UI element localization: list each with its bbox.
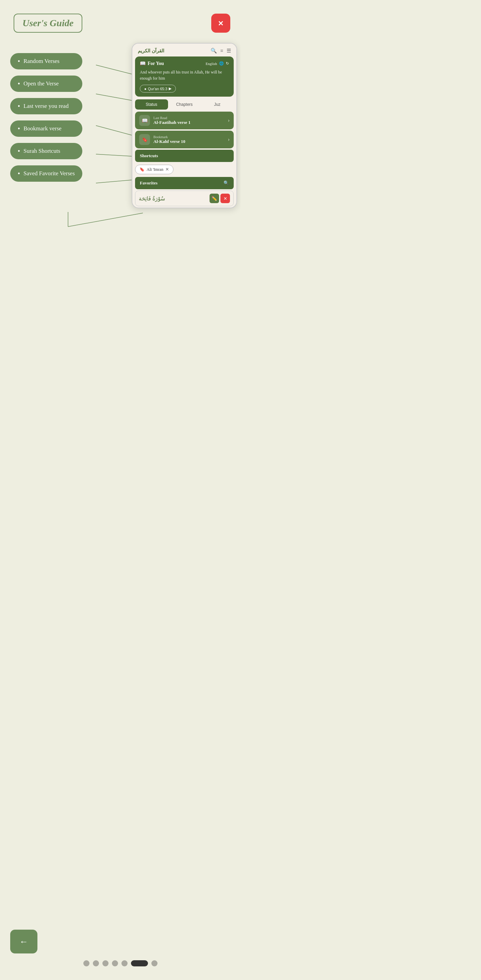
tab-juz[interactable]: Juz — [201, 99, 234, 110]
bookmark-text: Bookmark Al-Kahf verse 10 — [153, 135, 186, 144]
favorites-actions: ✏️ ✕ — [210, 194, 230, 203]
shortcut-icon: 🔖 — [140, 167, 144, 172]
bookmark-icon: 🔖 — [139, 134, 150, 145]
label-last-verse: Last verse you read — [10, 98, 82, 115]
close-button[interactable]: × — [211, 14, 230, 33]
chevron-right-icon-2: › — [228, 137, 230, 143]
bookmark-item[interactable]: 🔖 Bookmark Al-Kahf verse 10 › — [135, 130, 234, 148]
favorites-surah-text: سُوْرَةُ فَاتِحَة — [139, 195, 165, 202]
refresh-icon[interactable]: ↻ — [226, 61, 229, 66]
shortcut-tag[interactable]: 🔖 Ali 'Imran ✕ — [135, 165, 173, 174]
verse-ref-button[interactable]: ● Qur'an 65:3 ▶ — [140, 85, 176, 92]
for-you-title: 📖 For You — [140, 60, 164, 66]
phone-icons: 🔍 ≡ ☰ — [211, 48, 231, 54]
label-bookmark-verse: Bookmark verse — [10, 121, 82, 137]
tab-status[interactable]: Status — [135, 99, 168, 110]
delete-favorite-button[interactable]: ✕ — [221, 194, 230, 203]
label-open-verse: Open the Verse — [10, 76, 82, 92]
search-icon[interactable]: 🔍 — [211, 48, 217, 54]
quran-logo: القرآن الكريم — [138, 48, 164, 54]
last-read-text: Last Read Al-Faatihah verse 1 — [153, 116, 190, 125]
title-box: User's Guide — [14, 14, 82, 33]
phone-mockup: القرآن الكريم 🔍 ≡ ☰ 📖 For You English 🌐 … — [132, 43, 237, 208]
last-read-item[interactable]: 📖 Last Read Al-Faatihah verse 1 › — [135, 111, 234, 129]
shortcuts-header: Shortcuts — [135, 150, 234, 162]
globe-icon[interactable]: 🌐 — [219, 61, 224, 66]
tabs-row: Status Chapters Juz — [135, 99, 234, 110]
shortcut-remove-button[interactable]: ✕ — [165, 167, 169, 172]
circle-icon: ● — [144, 87, 147, 91]
last-read-icon: 📖 — [139, 115, 150, 126]
favorites-search-icon[interactable]: 🔍 — [224, 180, 229, 186]
favorites-header: Favorites 🔍 — [135, 177, 234, 189]
for-you-actions: English 🌐 ↻ — [205, 61, 229, 66]
book-icon: 📖 — [140, 60, 146, 66]
for-you-card: 📖 For You English 🌐 ↻ And whoever puts a… — [135, 56, 234, 97]
last-read-left: 📖 Last Read Al-Faatihah verse 1 — [139, 115, 190, 126]
page-title: User's Guide — [22, 18, 73, 28]
label-saved-favorites: Saved Favorite Verses — [10, 165, 82, 182]
list-icon[interactable]: ≡ — [221, 48, 223, 54]
tab-chapters[interactable]: Chapters — [168, 99, 201, 110]
for-you-header: 📖 For You English 🌐 ↻ — [140, 60, 229, 66]
favorites-item: سُوْرَةُ فَاتِحَة ✏️ ✕ — [135, 191, 234, 206]
edit-favorite-button[interactable]: ✏️ — [210, 194, 219, 203]
for-you-verse: And whoever puts all his trust in Allah,… — [140, 69, 229, 81]
chevron-right-icon: › — [228, 118, 230, 124]
label-surah-shortcuts: Surah Shortcuts — [10, 143, 82, 159]
menu-icon[interactable]: ☰ — [227, 48, 231, 54]
bookmark-left: 🔖 Bookmark Al-Kahf verse 10 — [139, 134, 186, 145]
phone-header: القرآن الكريم 🔍 ≡ ☰ — [132, 43, 237, 56]
play-icon: ▶ — [169, 86, 171, 91]
label-random-verses: Random Verses — [10, 53, 82, 69]
